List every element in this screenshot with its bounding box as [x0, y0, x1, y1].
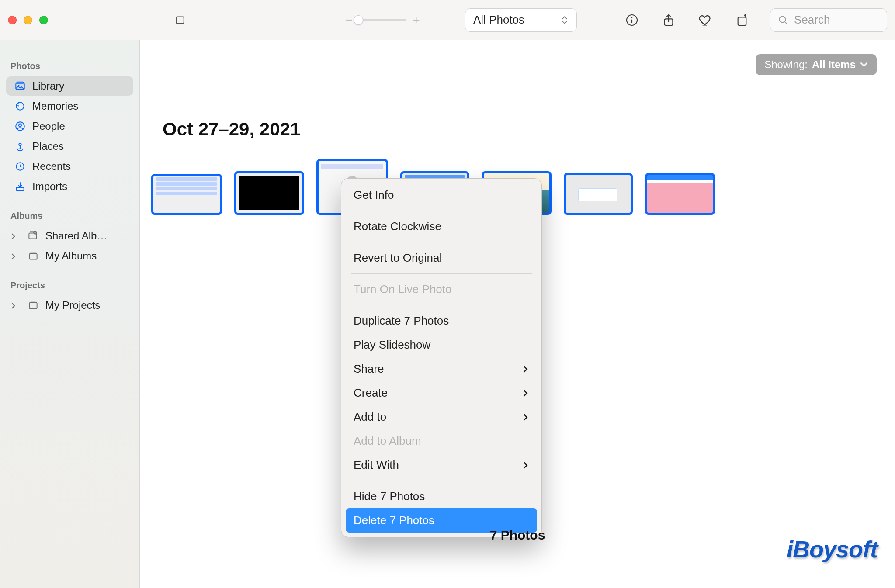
people-icon	[14, 120, 26, 132]
zoom-in-icon[interactable]: +	[413, 13, 420, 27]
menu-separator	[351, 273, 532, 274]
sidebar-item-my-projects[interactable]: My Projects	[6, 296, 133, 315]
menu-hide[interactable]: Hide 7 Photos	[341, 484, 541, 508]
window-controls	[8, 16, 48, 24]
sidebar-item-label: Shared Alb…	[45, 230, 107, 242]
photo-thumbnail[interactable]	[564, 173, 633, 215]
menu-share[interactable]: Share	[341, 357, 541, 381]
main-content: Showing: All Items Oct 27–29, 2021	[140, 40, 895, 588]
photo-thumbnail[interactable]	[234, 171, 304, 215]
svg-line-7	[784, 21, 787, 24]
svg-point-6	[779, 16, 785, 22]
photo-thumbnail[interactable]	[645, 173, 715, 215]
watermark: iBoysoft	[787, 536, 878, 563]
sidebar: Photos Library Memories People	[0, 40, 140, 588]
chevron-right-icon	[10, 299, 18, 311]
menu-create[interactable]: Create	[341, 381, 541, 405]
menu-get-info[interactable]: Get Info	[341, 183, 541, 207]
svg-rect-17	[16, 187, 24, 191]
search-icon	[777, 14, 789, 26]
chevron-right-icon	[10, 250, 18, 262]
memories-icon	[14, 100, 26, 112]
sidebar-item-imports[interactable]: Imports	[6, 177, 133, 196]
sidebar-item-label: Imports	[32, 180, 67, 193]
filter-value: All Items	[812, 59, 856, 71]
zoom-slider[interactable]	[358, 19, 406, 21]
filter-pill[interactable]: Showing: All Items	[756, 54, 877, 75]
fullscreen-window-button[interactable]	[39, 16, 48, 24]
rotate-icon[interactable]	[733, 11, 751, 29]
svg-point-15	[18, 149, 23, 150]
sidebar-item-label: People	[32, 120, 65, 132]
sidebar-section-albums: Albums	[0, 197, 139, 225]
sidebar-item-recents[interactable]: Recents	[6, 157, 133, 176]
project-icon	[27, 299, 39, 311]
svg-point-14	[19, 143, 21, 145]
menu-play-slideshow[interactable]: Play Slideshow	[341, 333, 541, 357]
menu-separator	[351, 211, 532, 211]
chevron-right-icon	[522, 390, 529, 397]
svg-rect-20	[29, 254, 37, 259]
menu-add-to[interactable]: Add to	[341, 405, 541, 429]
menu-revert-to-original[interactable]: Revert to Original	[341, 246, 541, 270]
info-icon[interactable]	[623, 11, 641, 29]
sidebar-item-my-albums[interactable]: My Albums	[6, 246, 133, 266]
toolbar: − + All Photos	[0, 0, 895, 40]
sidebar-item-label: Recents	[32, 160, 71, 173]
svg-rect-0	[176, 17, 184, 23]
sidebar-item-people[interactable]: People	[6, 117, 133, 136]
svg-rect-21	[29, 303, 37, 309]
view-selector-label: All Photos	[473, 13, 524, 27]
sidebar-section-projects: Projects	[0, 266, 139, 295]
chevron-down-icon	[860, 62, 868, 67]
context-menu: Get Info Rotate Clockwise Revert to Orig…	[341, 178, 542, 537]
library-icon	[14, 80, 26, 92]
menu-edit-with[interactable]: Edit With	[341, 453, 541, 477]
sidebar-item-label: Places	[32, 140, 64, 152]
menu-separator	[351, 305, 532, 305]
date-heading: Oct 27–29, 2021	[163, 119, 300, 140]
zoom-slider-thumb[interactable]	[354, 15, 363, 25]
zoom-out-icon[interactable]: −	[345, 13, 352, 27]
album-icon	[27, 250, 39, 262]
photo-thumbnail[interactable]	[151, 174, 222, 215]
search-placeholder: Search	[794, 13, 830, 27]
sidebar-item-library[interactable]: Library	[6, 76, 133, 96]
sidebar-item-label: My Albums	[45, 250, 97, 262]
updown-icon	[561, 16, 569, 24]
svg-rect-10	[17, 82, 23, 83]
sidebar-item-label: My Projects	[45, 299, 100, 311]
body: Photos Library Memories People	[0, 40, 895, 588]
svg-rect-5	[738, 17, 746, 25]
svg-point-3	[631, 17, 633, 18]
imports-icon	[14, 180, 26, 193]
sidebar-item-shared-albums[interactable]: Shared Alb…	[6, 226, 133, 246]
sidebar-item-label: Library	[32, 80, 64, 92]
search-field[interactable]: Search	[770, 8, 887, 32]
toolbar-right-group: Search	[623, 8, 887, 32]
zoom-slider-group: − +	[345, 13, 420, 27]
chevron-right-icon	[522, 414, 529, 421]
sidebar-item-label: Memories	[32, 100, 78, 112]
sidebar-toggle-icon[interactable]	[171, 11, 189, 29]
menu-turn-on-live-photo: Turn On Live Photo	[341, 277, 541, 301]
menu-duplicate[interactable]: Duplicate 7 Photos	[341, 309, 541, 333]
menu-rotate-clockwise[interactable]: Rotate Clockwise	[341, 214, 541, 239]
view-selector[interactable]: All Photos	[465, 8, 577, 32]
share-icon[interactable]	[660, 11, 677, 29]
menu-add-to-album: Add to Album	[341, 429, 541, 453]
sidebar-item-memories[interactable]: Memories	[6, 97, 133, 116]
shared-album-icon	[27, 230, 39, 242]
app-window: − + All Photos	[0, 0, 895, 588]
close-window-button[interactable]	[8, 16, 17, 24]
menu-separator	[351, 242, 532, 242]
footer-count: 7 Photos	[490, 528, 545, 543]
svg-point-13	[19, 124, 22, 127]
menu-separator	[351, 481, 532, 481]
chevron-right-icon	[522, 366, 529, 373]
sidebar-item-places[interactable]: Places	[6, 137, 133, 156]
sidebar-section-photos: Photos	[0, 42, 139, 76]
minimize-window-button[interactable]	[24, 16, 32, 24]
recents-icon	[14, 160, 26, 173]
favorite-icon[interactable]	[697, 11, 714, 29]
